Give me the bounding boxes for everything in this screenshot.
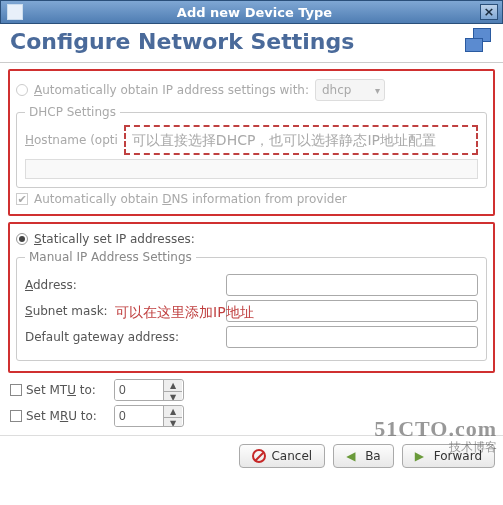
back-button[interactable]: Ba: [333, 444, 394, 468]
hostname-input: [25, 159, 478, 179]
network-icon: [465, 28, 493, 54]
radio-auto-ip[interactable]: [16, 84, 28, 96]
window-title: Add new Device Type: [29, 5, 480, 20]
manual-ip-fieldset: Manual IP Address Settings Address: Subn…: [16, 250, 487, 361]
cancel-icon: [252, 449, 266, 463]
back-icon: [346, 449, 360, 463]
forward-icon: [415, 449, 429, 463]
mtu-down[interactable]: ▼: [164, 391, 182, 401]
mru-up[interactable]: ▲: [164, 406, 182, 417]
window-close-button[interactable]: ×: [480, 4, 498, 20]
gateway-label: Default gateway address:: [25, 330, 220, 344]
checkbox-mtu[interactable]: [10, 384, 22, 396]
mtu-input[interactable]: [115, 380, 163, 400]
auto-section-highlight: Automatically obtain IP address settings…: [8, 69, 495, 216]
page-title: Configure Network Settings: [10, 29, 465, 54]
gateway-input[interactable]: [226, 326, 478, 348]
mru-input[interactable]: [115, 406, 163, 426]
chevron-down-icon: ▾: [373, 85, 382, 96]
cancel-button[interactable]: Cancel: [239, 444, 325, 468]
mru-spinner[interactable]: ▲ ▼: [114, 405, 184, 427]
manual-ip-legend: Manual IP Address Settings: [25, 250, 196, 264]
mru-label: Set MRU to:: [26, 409, 110, 423]
window-system-icon: [7, 4, 23, 20]
radio-static-ip-label: Statically set IP addresses:: [34, 232, 195, 246]
dialog-button-bar: Cancel Ba Forward: [0, 435, 503, 476]
annotation-manual: 可以在这里添加IP地址: [115, 304, 254, 322]
radio-static-ip[interactable]: [16, 233, 28, 245]
dhcp-combo[interactable]: dhcp ▾: [315, 79, 385, 101]
radio-auto-ip-label: Automatically obtain IP address settings…: [34, 83, 309, 97]
address-input[interactable]: [226, 274, 478, 296]
address-label: Address:: [25, 278, 220, 292]
window-titlebar: Add new Device Type ×: [0, 0, 503, 24]
annotation-dhcp: 可以直接选择DHCP，也可以选择静态IP地址配置: [124, 125, 478, 155]
forward-button[interactable]: Forward: [402, 444, 495, 468]
mtu-up[interactable]: ▲: [164, 380, 182, 391]
checkbox-auto-dns[interactable]: ✔: [16, 193, 28, 205]
dhcp-settings-fieldset: DHCP Settings Hostname (opti 可以直接选择DHCP，…: [16, 105, 487, 188]
dhcp-settings-legend: DHCP Settings: [25, 105, 120, 119]
mtu-label: Set MTU to:: [26, 383, 110, 397]
mtu-spinner[interactable]: ▲ ▼: [114, 379, 184, 401]
page-header: Configure Network Settings: [0, 24, 503, 63]
checkbox-mru[interactable]: [10, 410, 22, 422]
subnet-input[interactable]: [226, 300, 478, 322]
mru-down[interactable]: ▼: [164, 417, 182, 427]
static-section-highlight: Statically set IP addresses: Manual IP A…: [8, 222, 495, 373]
hostname-label: Hostname (opti: [25, 133, 118, 147]
checkbox-auto-dns-label: Automatically obtain DNS information fro…: [34, 192, 347, 206]
